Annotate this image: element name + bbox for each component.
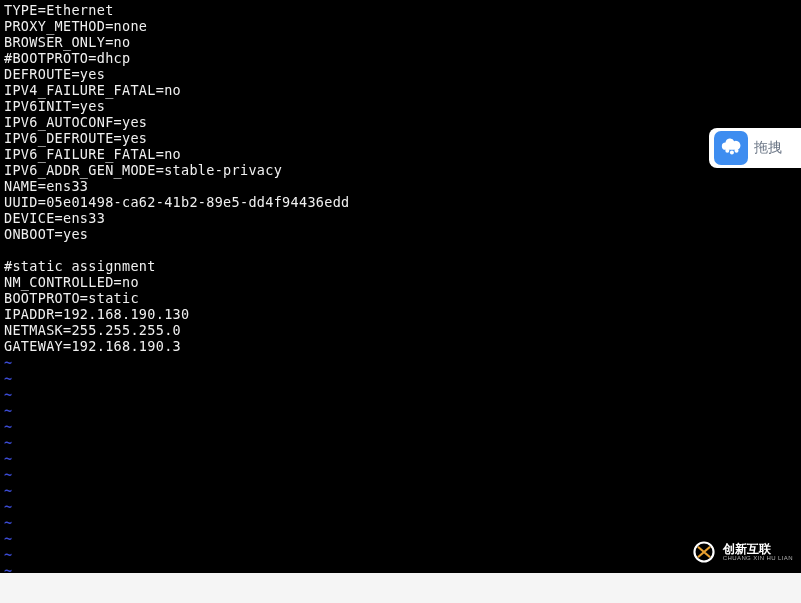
config-line: NETMASK=255.255.255.0 [4, 322, 797, 338]
vi-tilde: ~ [4, 434, 797, 450]
config-line: NAME=ens33 [4, 178, 797, 194]
vi-tilde: ~ [4, 562, 797, 573]
brand-logo-icon [691, 539, 717, 565]
vi-tilde: ~ [4, 418, 797, 434]
config-line: NM_CONTROLLED=no [4, 274, 797, 290]
vi-tilde: ~ [4, 546, 797, 562]
config-line: BROWSER_ONLY=no [4, 34, 797, 50]
config-line: #static assignment [4, 258, 797, 274]
drag-label: 拖拽 [754, 139, 782, 157]
vi-tilde: ~ [4, 498, 797, 514]
vi-tilde: ~ [4, 530, 797, 546]
vi-tilde: ~ [4, 514, 797, 530]
config-line: UUID=05e01498-ca62-41b2-89e5-dd4f94436ed… [4, 194, 797, 210]
config-line: IPV4_FAILURE_FATAL=no [4, 82, 797, 98]
config-line: IPV6_AUTOCONF=yes [4, 114, 797, 130]
drag-overlay-widget[interactable]: 拖拽 [709, 128, 801, 168]
config-line: IPV6_ADDR_GEN_MODE=stable-privacy [4, 162, 797, 178]
config-line: IPV6_FAILURE_FATAL=no [4, 146, 797, 162]
config-line: BOOTPROTO=static [4, 290, 797, 306]
vi-tilde: ~ [4, 402, 797, 418]
brand-watermark: 创新互联 CHUANG XIN HU LIAN [691, 539, 793, 565]
config-line: TYPE=Ethernet [4, 2, 797, 18]
config-line: DEFROUTE=yes [4, 66, 797, 82]
config-line: DEVICE=ens33 [4, 210, 797, 226]
config-line: PROXY_METHOD=none [4, 18, 797, 34]
vi-tilde: ~ [4, 466, 797, 482]
vi-tilde-lines: ~~~~~~~~~~~~~~ [4, 354, 797, 573]
vi-tilde: ~ [4, 482, 797, 498]
config-line: IPV6INIT=yes [4, 98, 797, 114]
terminal-editor[interactable]: TYPE=EthernetPROXY_METHOD=noneBROWSER_ON… [0, 0, 801, 573]
config-line: #BOOTPROTO=dhcp [4, 50, 797, 66]
config-line: GATEWAY=192.168.190.3 [4, 338, 797, 354]
config-line: IPADDR=192.168.190.130 [4, 306, 797, 322]
cloud-icon [714, 131, 748, 165]
svg-point-3 [734, 149, 738, 153]
brand-cn-text: 创新互联 [723, 543, 793, 555]
svg-point-1 [725, 149, 729, 153]
vi-tilde: ~ [4, 354, 797, 370]
config-line: IPV6_DEFROUTE=yes [4, 130, 797, 146]
vi-tilde: ~ [4, 370, 797, 386]
svg-point-2 [730, 151, 734, 155]
vi-tilde: ~ [4, 386, 797, 402]
config-line: ONBOOT=yes [4, 226, 797, 242]
bottom-strip [0, 573, 801, 603]
brand-en-text: CHUANG XIN HU LIAN [723, 555, 793, 561]
vi-tilde: ~ [4, 450, 797, 466]
config-line [4, 242, 797, 258]
file-content: TYPE=EthernetPROXY_METHOD=noneBROWSER_ON… [4, 2, 797, 354]
